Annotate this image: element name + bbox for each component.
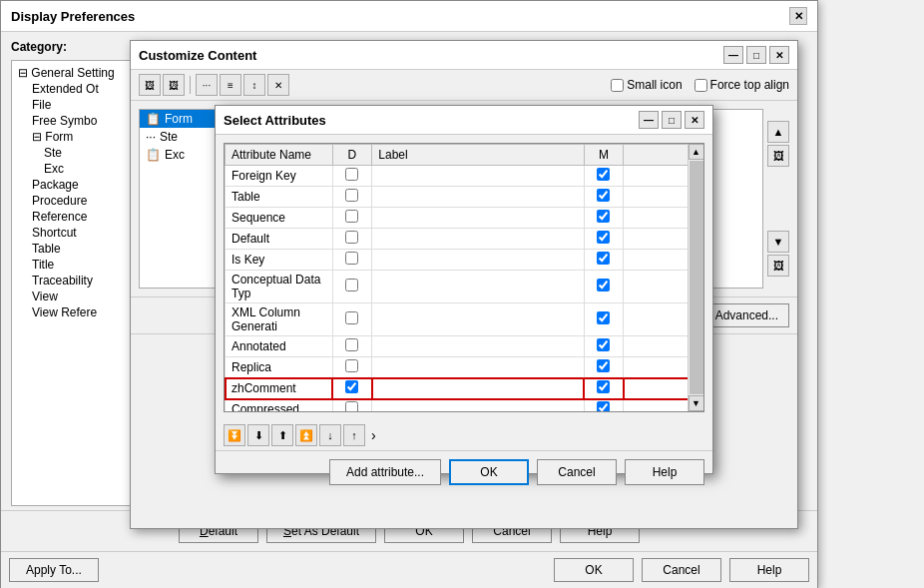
attr-d-cell [332, 357, 372, 378]
sort-desc-btn[interactable]: ↓ [319, 424, 341, 446]
scroll-up-icon[interactable]: ▲ [689, 144, 704, 160]
attr-m-checkbox[interactable] [597, 168, 610, 181]
minimize-icon[interactable]: — [723, 46, 743, 64]
scroll-right2-btn[interactable]: 🖼 [767, 255, 789, 277]
tree-item-reference[interactable]: Reference [16, 209, 146, 225]
attr-d-checkbox[interactable] [345, 311, 358, 324]
tool-sort[interactable]: ↕ [243, 74, 265, 96]
attrs-minimize-icon[interactable]: — [639, 111, 659, 129]
attrs-ok-button[interactable]: OK [449, 459, 529, 485]
attr-label-cell [372, 208, 584, 229]
col-label: Label [372, 145, 584, 166]
attr-d-checkbox[interactable] [345, 210, 358, 223]
attr-m-checkbox[interactable] [597, 359, 610, 372]
attr-m-checkbox[interactable] [597, 252, 610, 265]
attr-m-cell [584, 229, 624, 250]
attr-name-cell: Annotated [226, 336, 333, 357]
scroll-up-btn[interactable]: ▲ [767, 121, 789, 143]
attr-m-checkbox[interactable] [597, 338, 610, 351]
maximize-icon[interactable]: □ [746, 46, 766, 64]
tree-item-viewreference[interactable]: View Refere [16, 304, 146, 320]
tree-item-view[interactable]: View [16, 289, 146, 304]
tree-item-procedure[interactable]: Procedure [16, 193, 146, 209]
move-up-btn[interactable]: ⬆ [271, 424, 293, 446]
tree-item-package[interactable]: Package [16, 177, 146, 193]
tree-item-freesymbo[interactable]: Free Symbo [16, 113, 146, 129]
tree-item-traceability[interactable]: Traceability [16, 273, 146, 289]
attr-m-checkbox[interactable] [597, 189, 610, 202]
tool-img1[interactable]: 🖼 [139, 74, 161, 96]
small-icon-checkbox[interactable] [611, 79, 624, 92]
tree-item-form[interactable]: ⊟ Form [16, 129, 146, 145]
attr-d-checkbox[interactable] [345, 380, 358, 393]
cancel-button-lower[interactable]: Cancel [642, 558, 721, 582]
tree-item-exc[interactable]: Exc [16, 161, 146, 177]
attr-d-cell [332, 187, 372, 208]
tree-item-table[interactable]: Table [16, 241, 146, 257]
attr-m-checkbox[interactable] [597, 380, 610, 393]
tree-item-file[interactable]: File [16, 97, 146, 113]
attr-m-checkbox[interactable] [597, 231, 610, 244]
scroll-thumb [690, 161, 703, 394]
customize-content-title: Customize Content [139, 48, 256, 63]
attr-m-checkbox[interactable] [597, 401, 610, 412]
attr-d-cell [332, 166, 372, 187]
scroll-right1-btn[interactable]: 🖼 [767, 145, 789, 167]
scroll-down-btn[interactable]: ▼ [767, 231, 789, 253]
attr-d-checkbox[interactable] [345, 401, 358, 412]
scroll-down-icon[interactable]: ▼ [689, 395, 704, 411]
attr-d-cell [332, 303, 372, 336]
tree-item-shortcut[interactable]: Shortcut [16, 225, 146, 241]
attr-m-cell [584, 336, 624, 357]
tool-del[interactable]: ✕ [267, 74, 289, 96]
tool-attr[interactable]: ≡ [220, 74, 241, 96]
attr-d-checkbox[interactable] [345, 359, 358, 372]
table-row: Compressed [226, 399, 703, 413]
scroll-right-btn[interactable]: › [371, 427, 376, 443]
sort-asc-btn[interactable]: ↑ [343, 424, 365, 446]
attrs-table: Attribute Name D Label M Foreign KeyTabl… [225, 144, 703, 412]
attr-d-cell [332, 271, 372, 303]
attr-d-checkbox[interactable] [345, 189, 358, 202]
attrs-cancel-button[interactable]: Cancel [537, 459, 617, 485]
tree-item-extended[interactable]: Extended Ot [16, 81, 146, 97]
tree-item-general[interactable]: ⊟ General Setting [16, 65, 146, 81]
apply-to-button[interactable]: Apply To... [9, 558, 99, 582]
display-prefs-title: Display Preferences [11, 9, 135, 24]
attr-m-checkbox[interactable] [597, 311, 610, 324]
tool-ooo[interactable]: ··· [196, 74, 218, 96]
attr-m-cell [584, 208, 624, 229]
attr-name-cell: Is Key [226, 250, 333, 271]
advanced-button[interactable]: Advanced... [704, 303, 789, 327]
attr-m-cell [584, 250, 624, 271]
table-row: XML Column Generati [226, 303, 703, 336]
table-row: Sequence [226, 208, 703, 229]
attr-d-checkbox[interactable] [345, 338, 358, 351]
ok-button-lower[interactable]: OK [554, 558, 634, 582]
move-bottom-btn[interactable]: ⏬ [224, 424, 245, 446]
move-top-btn[interactable]: ⏫ [295, 424, 317, 446]
add-attribute-button[interactable]: Add attribute... [329, 459, 441, 485]
attr-m-checkbox[interactable] [597, 210, 610, 223]
tree-item-ste[interactable]: Ste [16, 145, 146, 161]
dialog-footer: Add attribute... OK Cancel Help [216, 450, 712, 493]
table-row: Foreign Key [226, 166, 703, 187]
attrs-maximize-icon[interactable]: □ [662, 111, 682, 129]
attr-d-checkbox[interactable] [345, 279, 358, 292]
close-icon-customize[interactable]: ✕ [769, 46, 789, 64]
force-top-checkbox[interactable] [694, 79, 707, 92]
attr-d-checkbox[interactable] [345, 252, 358, 265]
move-down-btn[interactable]: ⬇ [247, 424, 269, 446]
attr-m-checkbox[interactable] [597, 279, 610, 292]
attrs-help-button[interactable]: Help [625, 459, 704, 485]
attr-label-cell [372, 250, 584, 271]
tree-item-title[interactable]: Title [16, 257, 146, 273]
attr-name-cell: XML Column Generati [226, 303, 333, 336]
attrs-close-icon[interactable]: ✕ [685, 111, 704, 129]
attr-d-checkbox[interactable] [345, 168, 358, 181]
attr-name-cell: Replica [226, 357, 333, 378]
help-button-lower[interactable]: Help [729, 558, 809, 582]
close-icon[interactable]: ✕ [789, 7, 807, 25]
tool-img2[interactable]: 🖼 [163, 74, 185, 96]
attr-d-checkbox[interactable] [345, 231, 358, 244]
